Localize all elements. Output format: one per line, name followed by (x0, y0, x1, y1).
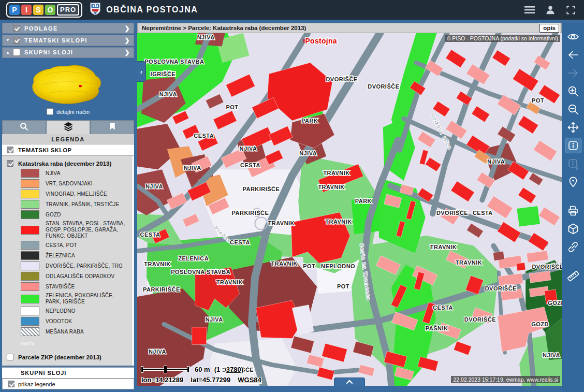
layer-visibility-button[interactable] (565, 29, 581, 45)
legend-item: CESTA, POT (21, 241, 130, 250)
chevron-right-icon[interactable]: ❯ (124, 37, 130, 44)
legend-swatch (21, 282, 39, 291)
katastrska-checkbox[interactable] (7, 160, 13, 167)
locate-button[interactable] (565, 174, 581, 190)
map-label: CESTA (194, 133, 214, 139)
map-label: DVORIŠČE (464, 316, 496, 323)
skupni-sloji-checkbox[interactable] (13, 49, 20, 56)
legend-item: VRT, SADOVNJAKI (21, 179, 130, 188)
legend-item: GOZD (21, 210, 130, 219)
map-timestamp: 22.02.2023 15:17:19, ewmap, www.realis.s… (451, 376, 560, 383)
sidebar-tabs (2, 120, 134, 134)
tab-bookmarks[interactable] (90, 120, 134, 134)
user-account-icon[interactable] (545, 5, 556, 15)
svg-text:g: g (576, 165, 578, 170)
map-label: POT (226, 104, 239, 110)
layer-row-parcele: Parcele ZKP (december 2013) (7, 354, 130, 360)
identify-group-button[interactable]: g (565, 156, 581, 171)
menu-hamburger-icon[interactable] (524, 6, 535, 14)
legend-swatch (21, 327, 39, 336)
map-label: POT (532, 97, 544, 104)
scale-distance: 60 m (195, 366, 210, 373)
layer-row-katastrska: Katastrska raba (december 2013) (7, 160, 130, 167)
datum-link[interactable]: WGS84 (238, 376, 261, 384)
map-label: CESTA (230, 239, 250, 245)
map-label: IGRIŠČE (151, 71, 176, 77)
3d-view-button[interactable] (565, 221, 581, 237)
legend-item-label: MEŠANA RABA (46, 329, 84, 335)
map-label: TRAVNIK (271, 260, 298, 267)
opis-button[interactable]: opis (539, 24, 559, 33)
map-label: TRAVNIK (430, 244, 457, 250)
panel-header-tematski-sklopi[interactable]: ▼ TEMATSKI SKLOPI ❯ (2, 35, 134, 46)
tab-layers[interactable] (46, 120, 90, 134)
expander-down-icon[interactable]: ▼ (6, 38, 13, 42)
pan-arrows-icon (567, 121, 579, 134)
map-canvas[interactable]: NJIVAPostojnaPOSLOVNA STAVBAIGRIŠČEDVORI… (137, 33, 562, 386)
share-link-button[interactable] (565, 239, 581, 255)
forward-button[interactable] (565, 65, 581, 81)
logo-pro-badge: PRO (57, 4, 79, 16)
pan-button[interactable] (565, 120, 581, 135)
map-label: DVORIŠČE (485, 285, 517, 292)
map-label: TRAVNIK (268, 221, 295, 227)
map-label: DVORIŠČE (532, 264, 562, 270)
tab-search[interactable] (2, 120, 46, 134)
map-label: Postojna (305, 37, 337, 45)
legend-item: VODOTOK (21, 317, 130, 326)
identify-button[interactable] (565, 138, 581, 153)
legend-swatch (21, 295, 39, 303)
legend-item-label: DVORIŠČE, PARKIRIŠČE, TRG (46, 263, 123, 269)
map-label: NJIVA (159, 91, 177, 97)
panel-label: TEMATSKI SKLOPI (24, 37, 87, 43)
legend-item: ODLAGALIŠČE ODPADKOV (21, 272, 130, 281)
panel-header-podlage[interactable]: PODLAGE ❯ (2, 23, 134, 34)
legend-item-label: NJIVA (46, 170, 61, 177)
legend-item: TRAVNIK, PAŠNIK, TRSTIČJE (21, 200, 130, 209)
legend-item-label: STAN. STAVBA, POSL. STAVBA, GOSP. POSLOP… (46, 221, 130, 239)
arrow-left-icon (567, 49, 579, 61)
tematski-sklop-label: TEMATSKI SKLOP (18, 147, 71, 153)
minimap-position-marker (79, 85, 81, 87)
scale-widget: 60 m (1 : 3780) (141, 366, 243, 373)
legend-swatch (21, 272, 39, 281)
piso-app: P I S O PRO OBČINA POSTOJNA (0, 0, 584, 392)
zoom-in-button[interactable] (565, 83, 581, 99)
back-button[interactable] (565, 47, 581, 63)
legend-item: DVORIŠČE, PARKIRIŠČE, TRG (21, 262, 130, 270)
tematski-sklopi-checkbox[interactable] (13, 37, 20, 44)
chevron-right-icon[interactable]: ❯ (124, 49, 130, 56)
overview-minimap[interactable] (4, 62, 133, 106)
detail-mode-row: detajlni način (2, 108, 134, 115)
fullscreen-icon[interactable] (566, 5, 576, 15)
map-label: CESTA (473, 210, 493, 216)
measure-button[interactable] (565, 268, 581, 284)
location-pin-icon (567, 176, 579, 188)
sidebar-collapse-button[interactable]: ‹ (137, 61, 146, 82)
ruler-icon (566, 269, 580, 283)
scale-ratio[interactable]: (1 : 3780) (214, 366, 243, 373)
map-label: PARK (355, 198, 372, 204)
parcele-checkbox[interactable] (7, 354, 13, 360)
logo-letter-p: P (9, 5, 20, 15)
legend-item: STAN. STAVBA, POSL. STAVBA, GOSP. POSLOP… (21, 221, 130, 239)
map-toolbar: g (562, 23, 584, 392)
print-button[interactable] (565, 203, 581, 219)
panel-header-skupni-sloji[interactable]: ▲ SKUPNI SLOJI ❯ (2, 47, 134, 58)
detail-mode-checkbox[interactable] (47, 108, 53, 115)
chevron-right-icon[interactable]: ❯ (124, 25, 130, 32)
podlage-checkbox[interactable] (13, 25, 20, 32)
zoom-in-icon (567, 85, 579, 97)
expander-up-icon[interactable]: ▲ (6, 50, 13, 55)
piso-logo[interactable]: P I S O PRO (6, 2, 82, 18)
prikaz-legende-checkbox[interactable] (8, 381, 14, 387)
tematski-sklop-checkbox[interactable] (7, 147, 13, 153)
left-sidebar: PODLAGE ❯ ▼ TEMATSKI SKLOPI ❯ ▲ SKUPNI S… (0, 23, 136, 392)
zoom-out-button[interactable] (565, 101, 581, 117)
map-copyright: © PISO - POSTOJNA (podatki so informativ… (445, 35, 560, 42)
map-label: ZELENICA (178, 255, 209, 262)
map-label: PARK (301, 118, 318, 124)
logo-letter-i: I (21, 5, 32, 15)
legend-swatch (21, 210, 39, 219)
bottom-panel-expand-button[interactable] (334, 378, 365, 386)
